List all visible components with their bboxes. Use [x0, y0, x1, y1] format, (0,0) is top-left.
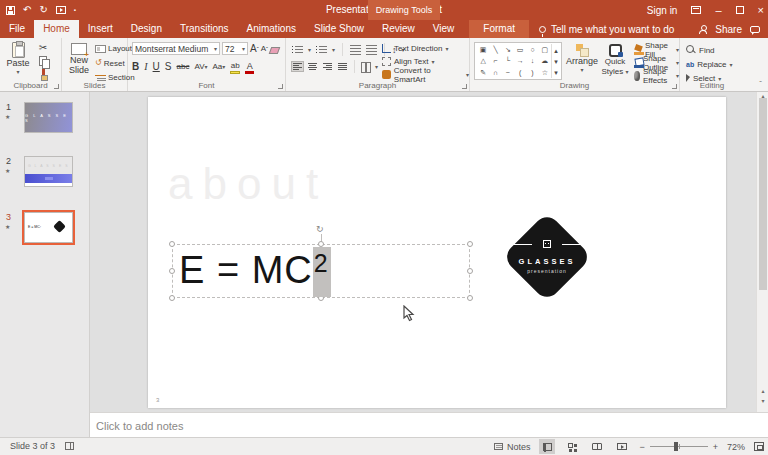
tab-animations[interactable]: Animations	[238, 20, 305, 38]
strikethrough-button[interactable]: abc	[176, 61, 189, 73]
thumbnail-slide-3[interactable]: 3 ★ E = MC²	[0, 212, 89, 250]
underline-button[interactable]: U	[153, 61, 160, 73]
shape-right-bracket-icon[interactable]: )	[526, 67, 538, 78]
paragraph-dialog-launcher[interactable]	[462, 84, 467, 89]
shape-right-arrow-icon[interactable]: →	[514, 55, 526, 66]
notes-toggle-button[interactable]: Notes	[494, 442, 531, 452]
formula-superscript[interactable]: 2	[314, 249, 329, 278]
find-button[interactable]: Find	[686, 43, 733, 57]
spellcheck-icon[interactable]	[65, 442, 74, 450]
shapes-gallery-scroll[interactable]: ▴▾▾	[551, 44, 560, 78]
shape-down-arrow-icon[interactable]: ↓	[526, 55, 538, 66]
shape-freeform-icon[interactable]: ✎	[477, 67, 489, 78]
resize-handle-middle-right[interactable]	[467, 268, 473, 274]
shape-line-icon[interactable]: ╲	[489, 44, 501, 55]
resize-handle-middle-left[interactable]	[169, 268, 175, 274]
align-right-button[interactable]	[322, 62, 333, 71]
tab-review[interactable]: Review	[373, 20, 424, 38]
fit-to-window-icon[interactable]	[754, 442, 764, 451]
tab-file[interactable]: File	[0, 20, 34, 38]
decrease-indent-icon[interactable]	[350, 45, 361, 54]
bold-button[interactable]: B	[132, 61, 139, 73]
shape-textbox-icon[interactable]: ▣	[477, 44, 489, 55]
drawing-dialog-launcher[interactable]	[672, 84, 677, 89]
resize-handle-bottom-right[interactable]	[467, 295, 473, 301]
restore-button[interactable]	[736, 6, 744, 14]
reading-view-button[interactable]	[589, 439, 605, 454]
tab-view[interactable]: View	[424, 20, 464, 38]
quick-styles-button[interactable]: Quick Styles ▾	[598, 44, 632, 77]
vertical-scrollbar[interactable]: ▴ ▴ ▾	[756, 92, 768, 412]
notes-pane[interactable]: Click to add notes	[90, 412, 768, 437]
replace-button[interactable]: abReplace▾	[686, 57, 733, 71]
resize-handle-bottom-left[interactable]	[169, 295, 175, 301]
font-name-select[interactable]: Montserrat Medium▾	[132, 42, 220, 55]
zoom-slider-handle[interactable]	[674, 442, 678, 451]
slide-show-button[interactable]	[614, 439, 630, 454]
shape-star-icon[interactable]: ☆	[539, 67, 551, 78]
shape-arc-icon[interactable]: ∩	[489, 67, 501, 78]
share-button[interactable]: Share	[715, 24, 742, 35]
ribbon-display-options-icon[interactable]	[691, 6, 701, 14]
clipboard-dialog-launcher[interactable]	[54, 84, 59, 89]
italic-button[interactable]: I	[144, 61, 147, 73]
shape-triangle-icon[interactable]: △	[477, 55, 489, 66]
font-dialog-launcher[interactable]	[278, 84, 283, 89]
increase-indent-icon[interactable]	[366, 45, 377, 54]
shape-curve-icon[interactable]: ~	[502, 67, 514, 78]
undo-icon[interactable]: ↶	[23, 3, 31, 17]
bullets-icon[interactable]	[292, 45, 303, 54]
shapes-scroll-down-icon[interactable]: ▾	[554, 56, 558, 67]
shapes-more-icon[interactable]: ▾	[554, 67, 558, 78]
shape-rounded-rect-icon[interactable]: ▢	[539, 44, 551, 55]
shapes-scroll-up-icon[interactable]: ▴	[554, 45, 558, 56]
slide-editing-surface[interactable]: about ↻ E = MC2 GLASSES presen	[148, 97, 726, 408]
rotate-handle-icon[interactable]: ↻	[316, 224, 326, 234]
resize-handle-top-right[interactable]	[467, 241, 473, 247]
shape-oval-icon[interactable]: ○	[526, 44, 538, 55]
change-case-button[interactable]: Aa▾	[212, 61, 225, 73]
zoom-out-button[interactable]: −	[639, 442, 644, 452]
notes-placeholder[interactable]: Click to add notes	[96, 420, 183, 432]
slide-title-watermark[interactable]: about	[168, 159, 328, 209]
shape-cloud-icon[interactable]: ☁	[539, 55, 551, 66]
slide-1-thumbnail[interactable]: G L A S S E S	[24, 102, 73, 133]
zoom-slider-track[interactable]	[650, 446, 708, 447]
shape-left-bracket-icon[interactable]: (	[514, 67, 526, 78]
sign-in-link[interactable]: Sign in	[647, 5, 678, 16]
resize-handle-top-left[interactable]	[169, 241, 175, 247]
shape-elbow-arrow-icon[interactable]: └	[502, 55, 514, 66]
shape-arrow-icon[interactable]: ↘	[502, 44, 514, 55]
convert-smartart-button[interactable]: Convert to SmartArt▾	[382, 68, 469, 81]
thumbnail-slide-1[interactable]: 1 ★ G L A S S E S	[0, 102, 89, 140]
arrange-button[interactable]: Arrange ▾	[566, 44, 598, 73]
tab-design[interactable]: Design	[122, 20, 171, 38]
zoom-in-button[interactable]: +	[713, 442, 718, 452]
shape-elbow-icon[interactable]: ⌐	[489, 55, 501, 66]
new-slide-button[interactable]: New Slide	[64, 43, 94, 75]
redo-icon[interactable]: ↻	[39, 3, 47, 17]
font-color-button[interactable]: A	[245, 60, 254, 74]
save-icon[interactable]	[6, 6, 15, 15]
clear-formatting-icon[interactable]	[270, 44, 280, 53]
close-button[interactable]: ×	[758, 0, 764, 20]
tab-slide-show[interactable]: Slide Show	[305, 20, 373, 38]
align-left-button[interactable]	[292, 62, 303, 71]
paste-button[interactable]: Paste ▾	[4, 42, 32, 75]
format-painter-icon[interactable]	[38, 69, 48, 80]
align-center-button[interactable]	[307, 62, 318, 71]
customize-qat-icon[interactable]: ▪	[74, 3, 76, 17]
shapes-gallery[interactable]: ▣ ╲ ↘ ▭ ○ ▢ △ ⌐ └ → ↓ ☁ ✎ ∩ ~ ( ) ☆ ▴▾▾	[474, 42, 562, 80]
decrease-font-button[interactable]: Aˇ	[261, 43, 268, 55]
tell-me-box[interactable]: Tell me what you want to do	[539, 20, 674, 38]
comments-icon[interactable]	[750, 26, 760, 33]
text-shadow-button[interactable]: S	[165, 61, 172, 73]
slide-2-thumbnail[interactable]: G L A S S E S	[24, 156, 73, 187]
increase-font-button[interactable]: Aˆ	[250, 43, 259, 55]
collapse-ribbon-icon[interactable]: ˆ	[759, 79, 762, 88]
next-slide-icon[interactable]: ▾	[757, 397, 768, 404]
columns-icon[interactable]	[361, 62, 371, 71]
slide-3-thumbnail[interactable]: E = MC²	[24, 212, 73, 243]
text-highlight-button[interactable]: ab	[230, 60, 240, 74]
font-size-select[interactable]: 72▾	[222, 42, 248, 55]
